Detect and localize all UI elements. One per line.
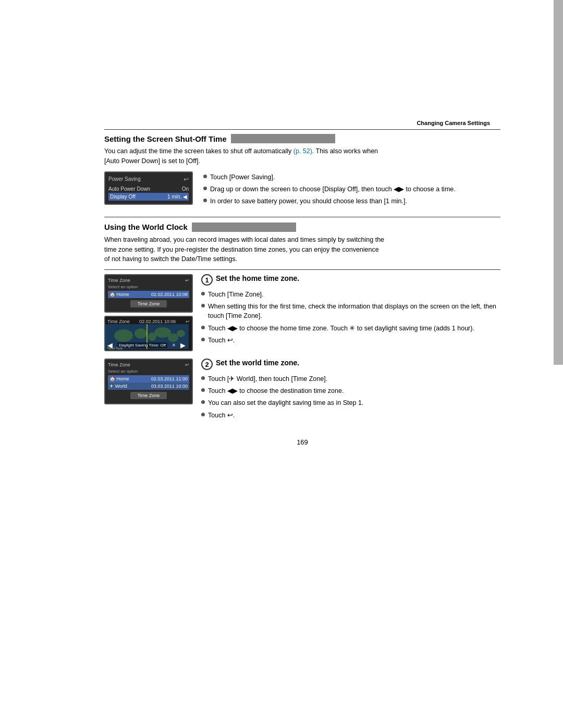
world-clock-intro: When traveling abroad, you can record im… [104,235,386,264]
tz-screen-1-subtitle: Select an option [108,285,189,289]
tz3-home-value: 02.03.2011 11:00 [151,376,188,381]
page-link: (p. 52) [293,147,312,155]
step1-bullet-dot-3 [201,326,205,329]
bullet-dot-3 [203,199,207,202]
step2-bullet-text-3: You can also set the daylight saving tim… [208,398,363,408]
step1-heading-row: 1 Set the home time zone. [201,274,500,286]
section-label: Changing Camera Settings [104,120,500,126]
tz-screen-1-header: Time Zone ↩ [108,278,189,283]
map-header: Time Zone 02.02.2011 10:06 ↩ [107,319,190,324]
step1-screens: Time Zone ↩ Select an option 🏠 Home 02.0… [104,274,193,351]
step1-bullet-text-2: When setting this for the first time, ch… [208,302,500,320]
right-sidebar-bar [554,0,563,365]
tz-screen-3-world-row: ✈ World 03.03.2011 10:00 [108,382,189,390]
tz3-world-icon: ✈ World [109,384,127,389]
tz-btn-3: Time Zone [130,392,167,399]
tz-screen-1-back: ↩ [185,278,189,283]
tz-screen-3-home-row: 🏠 Home 02.03.2011 11:00 [108,375,189,382]
tz-btn-1: Time Zone [130,300,167,307]
step2-heading-row: 2 Set the world time zone. [201,359,500,370]
step2-heading: Set the world time zone. [216,359,299,367]
screen-shutoff-content: Power Saving ↩ Auto Power Down On Displa… [104,171,500,208]
tz-screen-1-title: Time Zone [108,278,130,283]
bullet-text-2: Drag up or down the screen to choose [Di… [210,184,456,194]
step1-bullet-2: When setting this for the first time, ch… [201,302,500,320]
page-container: Changing Camera Settings Setting the Scr… [0,0,563,728]
tz-screen-3: Time Zone ↩ Select an option 🏠 Home 02.0… [104,359,193,404]
tz-screen-3-header: Time Zone ↩ [108,362,189,367]
step1-number: 1 [201,274,213,286]
step1-bullet-dot-2 [201,304,205,307]
section-divider-top [104,129,500,130]
step2-bullet-dot-2 [201,388,205,392]
bullet-dot-1 [203,175,207,178]
step1-bullet-3: Touch ◀▶ to choose the home time zone. T… [201,324,500,333]
step2-bullet-2: Touch ◀▶ to choose the destination time … [201,386,500,396]
tz-screen-1: Time Zone ↩ Select an option 🏠 Home 02.0… [104,274,193,313]
page-number-text: 169 [297,438,308,446]
auto-power-down-label: Auto Power Down [108,186,150,192]
tz-screen-3-btn-container: Time Zone [108,392,189,399]
tz3-home-icon: 🏠 Home [109,376,129,381]
tz-screen-1-home-row: 🏠 Home 02.02.2011 10:08 [108,291,189,298]
map-datetime: 02.02.2011 10:06 [139,319,176,324]
step2-bullet-1: Touch [✈ World], then touch [Time Zone]. [201,374,500,384]
content-area: Changing Camera Settings Setting the Scr… [104,0,500,446]
world-clock-title: Using the World Clock [104,223,500,232]
tz-home-value: 02.02.2011 10:08 [151,292,188,297]
power-saving-screen-mock: Power Saving ↩ Auto Power Down On Displa… [104,171,193,205]
map-dst-icon: ✳ [172,343,176,348]
tz3-world-value: 03.03.2011 10:00 [151,384,188,389]
bullet-text-3: In order to save battery power, you shou… [210,196,407,206]
section-divider-middle [104,217,500,217]
tz-home-icon: 🏠 Home [109,292,129,297]
bullet-3: In order to save battery power, you shou… [203,196,500,206]
screen-shutoff-title-bar [231,134,335,143]
step2-screens: Time Zone ↩ Select an option 🏠 Home 02.0… [104,359,193,404]
map-screen: Time Zone 02.02.2011 10:06 ↩ [104,316,193,351]
step1-bullet-dot-4 [201,338,205,341]
map-dst-label: Daylight Saving Time: Off [117,342,167,348]
map-city-label: New York [107,347,123,350]
screen-shutoff-title: Setting the Screen Shut-Off Time [104,134,500,143]
svg-point-2 [134,328,147,339]
step1-bullet-text-4: Touch ↩. [208,336,235,345]
step2-bullet-dot-1 [201,376,205,380]
map-back: ↩ [186,319,190,324]
step2-bullet-text-1: Touch [✈ World], then touch [Time Zone]. [208,374,327,384]
world-clock-title-text: Using the World Clock [104,223,188,231]
tz-screen-1-btn-container: Time Zone [108,300,189,307]
step2-number: 2 [201,359,213,370]
step1-bullet-text-1: Touch [Time Zone]. [208,290,264,299]
cam-back-icon: ↩ [183,176,189,183]
display-off-value: 1 min. ◀ [167,194,187,200]
display-off-row: Display Off 1 min. ◀ [108,193,189,201]
display-off-label: Display Off [110,194,136,200]
cam-screen-title-row: Power Saving ↩ [108,176,189,183]
section-label-text: Changing Camera Settings [417,120,490,126]
step2-bullet-text-2: Touch ◀▶ to choose the destination time … [208,386,344,396]
bullet-1: Touch [Power Saving]. [203,172,500,182]
screen-shutoff-bullets: Touch [Power Saving]. Drag up or down th… [203,171,500,208]
bullet-dot-2 [203,187,207,190]
step2-content: 2 Set the world time zone. Touch [✈ Worl… [201,359,500,423]
world-clock-divider [104,269,500,270]
svg-point-1 [114,329,133,342]
step2-bullet-dot-3 [201,400,205,404]
world-clock-title-bar [192,223,296,232]
step2-bullet-4: Touch ↩. [201,411,500,420]
step1-bullet-1: Touch [Time Zone]. [201,290,500,299]
step2-bullet-dot-4 [201,413,205,416]
step1-bullet-4: Touch ↩. [201,336,500,345]
step2-container: Time Zone ↩ Select an option 🏠 Home 02.0… [104,359,500,423]
step2-bullet-3: You can also set the daylight saving tim… [201,398,500,408]
map-title: Time Zone [107,319,130,324]
screen-shutoff-intro: You can adjust the time the screen takes… [104,146,386,166]
screen-shutoff-title-text: Setting the Screen Shut-Off Time [104,134,227,143]
step2-bullet-text-4: Touch ↩. [208,411,235,420]
step1-container: Time Zone ↩ Select an option 🏠 Home 02.0… [104,274,500,351]
step1-bullet-text-3: Touch ◀▶ to choose the home time zone. T… [208,324,474,333]
tz-screen-3-title: Time Zone [108,362,130,367]
tz-screen-3-subtitle: Select an option [108,369,189,374]
tz-screen-3-back: ↩ [185,362,189,367]
